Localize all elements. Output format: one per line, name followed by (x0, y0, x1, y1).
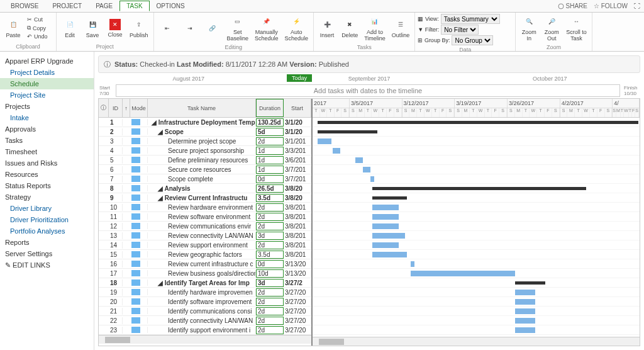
gantt-bar[interactable] (370, 176, 374, 182)
table-row[interactable]: 3Determine project scope2d3/1/201 (99, 137, 311, 146)
gantt-bar[interactable] (515, 308, 535, 314)
col-sort[interactable]: ↑ (123, 99, 130, 117)
insert-button[interactable]: ➕Insert (316, 17, 338, 40)
table-row[interactable]: 5Define preliminary resources1d3/6/201 (99, 155, 311, 165)
gantt-bar[interactable] (372, 242, 399, 248)
sidebar-item[interactable]: Projects (0, 101, 94, 112)
sidebar-item[interactable]: Resources (0, 169, 94, 180)
gantt-hscroll[interactable] (313, 337, 640, 346)
sidebar-item[interactable]: Server Settings (0, 248, 94, 259)
table-row[interactable]: 17Review business goals/direction/10d3/1… (99, 269, 311, 278)
gantt-row[interactable] (313, 212, 640, 222)
table-row[interactable]: 16Review current infrastructure c0d3/13/… (99, 259, 311, 269)
auto-schedule-button[interactable]: ⚡Auto Schedule (282, 14, 311, 43)
tab-browse[interactable]: BROWSE (4, 1, 45, 11)
follow-button[interactable]: ☆ FOLLOW (594, 3, 628, 9)
copy-button[interactable]: ⧉ Copy (25, 24, 50, 32)
tab-task[interactable]: TASK (119, 1, 149, 11)
gantt-row[interactable] (313, 288, 640, 297)
gantt-row[interactable] (313, 165, 640, 174)
gantt-bar[interactable] (372, 223, 399, 229)
table-row[interactable]: 20Identify software improvement2d3/27/20 (99, 297, 311, 307)
gantt-row[interactable] (313, 316, 640, 325)
save-button[interactable]: 💾Save (82, 17, 103, 40)
filter-select[interactable]: No Filter (441, 25, 479, 35)
table-row[interactable]: 14Review support environment2d3/8/201 (99, 240, 311, 250)
sidebar-item[interactable]: Approvals (0, 123, 94, 135)
tab-page[interactable]: PAGE (89, 1, 119, 11)
gantt-row[interactable] (313, 127, 640, 137)
table-row[interactable]: 12Review communications envir2d3/8/201 (99, 222, 311, 231)
sidebar-item[interactable]: Schedule (0, 78, 94, 89)
group-select[interactable]: No Group (452, 35, 493, 45)
gantt-bar[interactable] (515, 318, 535, 324)
add-timeline-button[interactable]: 📊Add to Timeline (362, 14, 388, 43)
table-row[interactable]: 2◢ Scope5d3/1/20 (99, 127, 311, 137)
table-row[interactable]: 19Identify hardware improvemen2d3/27/20 (99, 288, 311, 297)
sidebar-item[interactable]: Tasks (0, 135, 94, 146)
fullscreen-icon[interactable]: ⛶ (634, 3, 640, 9)
col-start[interactable]: Start (284, 99, 311, 117)
undo-button[interactable]: ↶ Undo (25, 33, 50, 40)
gantt-row[interactable] (313, 184, 640, 193)
share-button[interactable]: SHARE (558, 3, 587, 9)
sidebar-item[interactable]: Timesheet (0, 146, 94, 157)
sidebar-item[interactable]: ✎ EDIT LINKS (0, 259, 94, 271)
grid-hscroll[interactable] (99, 335, 311, 344)
close-button[interactable]: ✕Close (104, 18, 126, 39)
gantt-bar[interactable] (333, 148, 340, 154)
gantt-bar[interactable] (363, 167, 370, 172)
table-row[interactable]: 22Identify connectivity LAN/WAN2d3/27/20 (99, 316, 311, 325)
gantt-row[interactable] (313, 240, 640, 250)
gantt-row[interactable] (313, 297, 640, 307)
gantt-row[interactable] (313, 307, 640, 316)
manual-schedule-button[interactable]: 📌Manually Schedule (252, 14, 281, 43)
zoom-in-button[interactable]: 🔍Zoom In (518, 14, 540, 43)
gantt-row[interactable] (313, 118, 640, 127)
gantt-bar[interactable] (411, 271, 515, 276)
gantt-bar[interactable] (372, 233, 405, 239)
gantt-bar[interactable] (372, 187, 586, 190)
link-button[interactable]: 🔗 (202, 21, 223, 36)
gantt-bar[interactable] (372, 205, 399, 210)
gantt-bar[interactable] (318, 138, 331, 144)
sidebar-item[interactable]: Intake (0, 112, 94, 123)
table-row[interactable]: 13Review connectivity LAN/WAN3d3/8/201 (99, 231, 311, 240)
col-id[interactable]: ID (109, 99, 123, 117)
table-row[interactable]: 11Review software environment2d3/8/201 (99, 212, 311, 222)
gantt-row[interactable] (313, 137, 640, 146)
gantt-bar[interactable] (515, 290, 535, 295)
col-duration[interactable]: Duration (256, 99, 284, 117)
zoom-out-button[interactable]: 🔎Zoom Out (541, 14, 562, 43)
gantt-row[interactable] (313, 231, 640, 240)
table-row[interactable]: 7Scope complete0d3/7/201 (99, 174, 311, 184)
sidebar-item[interactable]: Driver Prioritization (0, 214, 94, 225)
gantt-row[interactable] (313, 174, 640, 184)
delete-button[interactable]: ✖Delete (339, 17, 360, 40)
cut-button[interactable]: ✂ Cut (25, 16, 50, 23)
gantt-row[interactable] (313, 146, 640, 155)
table-row[interactable]: 6Secure core resources1d3/7/201 (99, 165, 311, 174)
table-row[interactable]: 1◢ Infrastructure Deployment Temp130.25d… (99, 118, 311, 127)
gantt-bar[interactable] (318, 130, 377, 133)
table-row[interactable]: 9◢ Review Current Infrastructu3.5d3/8/20 (99, 193, 311, 203)
col-name[interactable]: Task Name (148, 99, 256, 117)
gantt-bar[interactable] (372, 196, 407, 200)
gantt-bar[interactable] (318, 121, 638, 124)
edit-button[interactable]: 📄Edit (59, 17, 80, 40)
gantt-row[interactable] (313, 269, 640, 278)
table-row[interactable]: 23Identify support environment i2d3/27/2… (99, 325, 311, 335)
gantt-row[interactable] (313, 193, 640, 203)
gantt-bar[interactable] (515, 299, 535, 305)
sidebar-item[interactable]: Apparel ERP Upgrade (0, 55, 94, 67)
indent-right-button[interactable]: ⇥ (179, 21, 201, 36)
publish-button[interactable]: ⇪Publish (127, 17, 151, 40)
gantt-row[interactable] (313, 155, 640, 165)
gantt-bar[interactable] (515, 327, 535, 333)
sidebar-item[interactable]: Issues and Risks (0, 157, 94, 169)
indent-left-button[interactable]: ⇤ (157, 21, 178, 36)
view-select[interactable]: Tasks Summary (441, 14, 500, 24)
timeline-body[interactable]: Add tasks with dates to the timeline (116, 84, 620, 97)
outline-button[interactable]: ☰Outline (389, 17, 413, 40)
gantt-row[interactable] (313, 259, 640, 269)
